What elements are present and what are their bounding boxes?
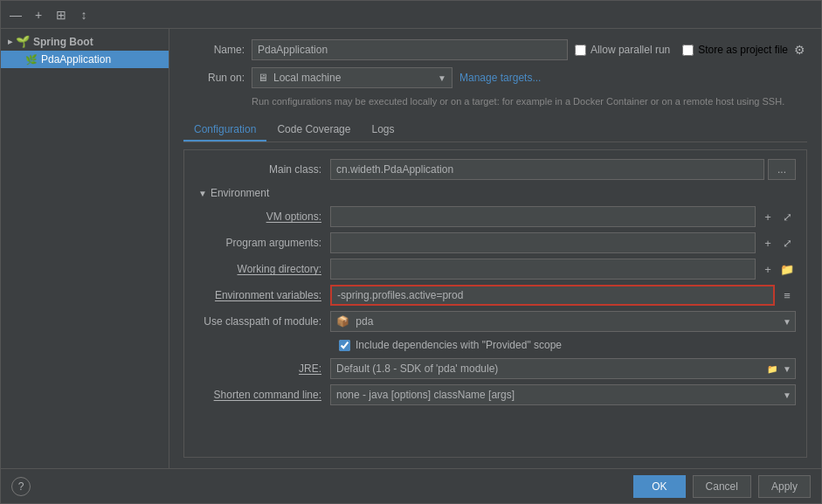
toolbar-sort-btn[interactable]: ↕ bbox=[74, 5, 93, 24]
env-section-arrow-icon: ▼ bbox=[198, 189, 207, 198]
include-deps-row: Include dependencies with "Provided" sco… bbox=[195, 335, 796, 355]
manage-targets-link[interactable]: Manage targets... bbox=[459, 72, 541, 84]
main-class-row: Main class: ... bbox=[195, 157, 796, 182]
hint-text: Run configurations may be executed local… bbox=[252, 95, 807, 108]
shorten-cmd-dropdown-arrow: ▼ bbox=[783, 390, 791, 400]
bottom-bar: ? OK Cancel Apply bbox=[1, 468, 821, 503]
main-class-input[interactable] bbox=[330, 159, 764, 180]
name-row: Name: Allow parallel run Store as projec… bbox=[183, 39, 807, 60]
working-dir-add-btn[interactable]: + bbox=[759, 260, 777, 278]
shorten-cmd-select[interactable]: none - java [options] className [args] ▼ bbox=[330, 384, 796, 405]
classpath-label: Use classpath of module: bbox=[195, 315, 330, 328]
jre-dropdown-arrow: ▼ bbox=[783, 364, 791, 374]
tree-arrow-icon: ▸ bbox=[8, 37, 12, 46]
config-panel: Main class: ... ▼ Environment VM options… bbox=[183, 149, 807, 458]
store-project-checkbox[interactable] bbox=[682, 45, 694, 56]
env-vars-actions: ≡ bbox=[778, 287, 796, 304]
vm-options-add-btn[interactable]: + bbox=[759, 208, 777, 225]
local-machine-icon: 🖥 bbox=[258, 72, 268, 84]
env-vars-input[interactable] bbox=[330, 285, 775, 306]
toolbar: — + ⊞ ↕ bbox=[1, 1, 821, 29]
main-class-label: Main class: bbox=[195, 163, 330, 176]
vm-options-expand-btn[interactable]: ⤢ bbox=[778, 208, 796, 225]
tab-code-coverage[interactable]: Code Coverage bbox=[266, 119, 361, 142]
name-label: Name: bbox=[183, 44, 245, 56]
apply-button[interactable]: Apply bbox=[758, 475, 811, 498]
jre-label: JRE: bbox=[195, 362, 330, 375]
classpath-value: 📦 pda bbox=[336, 315, 373, 328]
tree-group-spring-boot: ▸ 🌱 Spring Boot 🌿 PdaApplication bbox=[1, 31, 169, 70]
toolbar-minus-btn[interactable]: — bbox=[6, 5, 25, 24]
run-on-dropdown-arrow: ▼ bbox=[438, 73, 446, 83]
main-class-browse-btn[interactable]: ... bbox=[768, 159, 796, 180]
vm-options-row: VM options: + ⤢ bbox=[195, 204, 796, 229]
gear-button[interactable]: ⚙ bbox=[792, 43, 807, 57]
bottom-left: ? bbox=[11, 477, 31, 496]
run-on-label: Run on: bbox=[183, 72, 245, 84]
help-button[interactable]: ? bbox=[11, 477, 31, 496]
allow-parallel-check[interactable]: Allow parallel run bbox=[575, 44, 670, 56]
right-panel: Name: Allow parallel run Store as projec… bbox=[169, 29, 821, 468]
environment-section-label: Environment bbox=[211, 187, 269, 199]
tab-configuration[interactable]: Configuration bbox=[183, 119, 266, 142]
include-deps-label: Include dependencies with "Provided" sco… bbox=[356, 339, 562, 351]
vm-options-actions: + ⤢ bbox=[759, 208, 796, 225]
spring-boot-icon: 🌱 bbox=[16, 35, 30, 48]
program-args-label: Program arguments: bbox=[195, 237, 330, 249]
store-project-row: Store as project file ⚙ bbox=[682, 43, 807, 57]
jre-browse-btn: 📁 bbox=[767, 364, 777, 374]
program-args-actions: + ⤢ bbox=[759, 234, 796, 252]
program-args-input[interactable] bbox=[330, 232, 756, 253]
vm-options-label: VM options: bbox=[195, 211, 330, 223]
working-dir-row: Working directory: + 📁 bbox=[195, 257, 796, 281]
shorten-cmd-label: Shorten command line: bbox=[195, 389, 330, 401]
tree-item-label: PdaApplication bbox=[41, 53, 111, 66]
classpath-select[interactable]: 📦 pda ▼ bbox=[330, 311, 796, 332]
classpath-row: Use classpath of module: 📦 pda ▼ bbox=[195, 309, 796, 334]
shorten-cmd-row: Shorten command line: none - java [optio… bbox=[195, 383, 796, 407]
tree-item-pda-application[interactable]: 🌿 PdaApplication bbox=[1, 51, 169, 68]
cancel-button[interactable]: Cancel bbox=[693, 475, 751, 498]
run-on-select-inner: 🖥 Local machine bbox=[258, 72, 438, 84]
sidebar: ▸ 🌱 Spring Boot 🌿 PdaApplication bbox=[1, 29, 169, 468]
pda-app-icon: 🌿 bbox=[25, 54, 38, 66]
store-project-label: Store as project file bbox=[698, 44, 788, 56]
ok-button[interactable]: OK bbox=[633, 475, 685, 498]
program-args-expand-btn[interactable]: ⤢ bbox=[778, 234, 796, 252]
jre-value: Default (1.8 - SDK of 'pda' module) bbox=[336, 362, 498, 375]
bottom-right: OK Cancel Apply bbox=[633, 475, 811, 498]
header-right: Allow parallel run Store as project file… bbox=[575, 43, 807, 57]
jre-select[interactable]: Default (1.8 - SDK of 'pda' module) 📁 ▼ bbox=[330, 358, 796, 379]
toolbar-add-btn[interactable]: + bbox=[29, 5, 48, 24]
shorten-cmd-value: none - java [options] className [args] bbox=[336, 389, 515, 401]
config-inner: Main class: ... ▼ Environment VM options… bbox=[184, 150, 806, 414]
tabs-bar: Configuration Code Coverage Logs bbox=[183, 119, 807, 142]
name-input[interactable] bbox=[252, 39, 568, 60]
program-args-row: Program arguments: + ⤢ bbox=[195, 231, 796, 255]
env-vars-row: Environment variables: ≡ bbox=[195, 283, 796, 307]
tree-group-header[interactable]: ▸ 🌱 Spring Boot bbox=[1, 32, 169, 51]
program-args-add-btn[interactable]: + bbox=[759, 234, 777, 252]
classpath-icon: 📦 bbox=[336, 315, 349, 328]
tab-logs[interactable]: Logs bbox=[361, 119, 404, 142]
vm-options-input[interactable] bbox=[330, 206, 756, 227]
working-dir-actions: + 📁 bbox=[759, 260, 796, 278]
include-deps-checkbox[interactable] bbox=[339, 340, 350, 351]
working-dir-label: Working directory: bbox=[195, 263, 330, 275]
env-vars-edit-btn[interactable]: ≡ bbox=[778, 287, 796, 304]
allow-parallel-checkbox[interactable] bbox=[575, 45, 586, 56]
toolbar-copy-btn[interactable]: ⊞ bbox=[52, 5, 71, 24]
jre-row: JRE: Default (1.8 - SDK of 'pda' module)… bbox=[195, 356, 796, 381]
run-on-row: Run on: 🖥 Local machine ▼ Manage targets… bbox=[183, 67, 807, 88]
working-dir-browse-btn[interactable]: 📁 bbox=[778, 260, 796, 278]
classpath-dropdown-arrow: ▼ bbox=[783, 317, 791, 327]
environment-section-header[interactable]: ▼ Environment bbox=[195, 183, 796, 203]
allow-parallel-label: Allow parallel run bbox=[591, 44, 670, 56]
working-dir-input[interactable] bbox=[330, 259, 756, 280]
env-vars-label: Environment variables: bbox=[195, 289, 330, 301]
run-on-value: Local machine bbox=[273, 72, 341, 84]
tree-group-label: Spring Boot bbox=[33, 36, 93, 48]
run-on-select[interactable]: 🖥 Local machine ▼ bbox=[252, 67, 452, 88]
